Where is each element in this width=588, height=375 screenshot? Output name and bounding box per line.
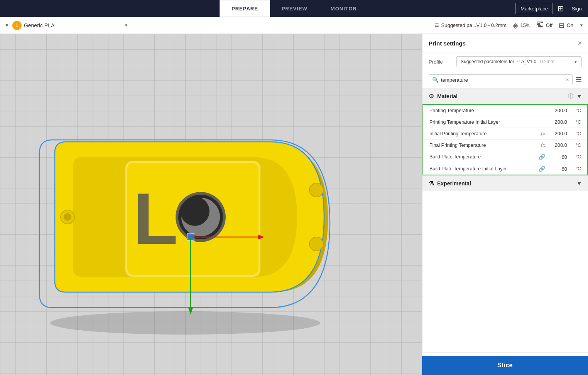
material-section-title: Material	[437, 93, 458, 99]
material-icon: ⚙	[429, 92, 434, 100]
setting-unit-2: °C	[570, 131, 581, 136]
svg-text:L: L	[133, 178, 178, 259]
nav-right-actions: Marketplace ⊞ Sign	[515, 0, 588, 17]
search-box[interactable]: 🔍 ×	[429, 74, 573, 85]
infill-icon: ◈	[513, 21, 518, 30]
material-section-header[interactable]: ⚙ Material ⓘ ▼	[422, 89, 588, 104]
experimental-chevron-icon[interactable]: ▼	[576, 180, 582, 187]
link-icon-5: 🔗	[539, 166, 545, 172]
profile-row: Profile Suggested parameters for PLA_V1.…	[422, 52, 588, 71]
printer-number-badge: 1	[12, 21, 22, 30]
setting-name-5: Build Plate Temperature Initial Layer	[429, 166, 536, 172]
svg-point-10	[309, 237, 323, 251]
tab-preview[interactable]: PREVIEW	[270, 0, 319, 17]
section-header-left: ⚙ Material	[429, 92, 458, 100]
toolbar-right-section: ≡ Suggested pa...V1.0 - 0.2mm ◈ 15% 🏗 Of…	[435, 21, 583, 30]
profile-chevron-icon: ▼	[574, 60, 578, 64]
fx-icon-2: ƒx	[540, 131, 545, 136]
search-input[interactable]	[441, 77, 564, 83]
panel-header: Print settings ×	[422, 34, 588, 52]
adhesion-icon: ⊟	[559, 21, 564, 30]
adhesion-toolbar-item[interactable]: ⊟ On	[559, 21, 573, 30]
support-label: Off	[546, 22, 553, 28]
setting-name-3: Final Printing Temperature	[429, 143, 537, 148]
tab-prepare[interactable]: PREPARE	[220, 0, 270, 17]
nav-tabs: PREPARE PREVIEW MONITOR	[220, 0, 368, 17]
setting-unit-3: °C	[570, 143, 581, 148]
material-chevron-icon[interactable]: ▼	[576, 93, 582, 99]
setting-value-0[interactable]: 200.0	[550, 108, 567, 113]
printer-collapse-icon: ▼	[5, 23, 9, 28]
panel-title: Print settings	[429, 40, 466, 47]
printer-chevron-icon: ▼	[124, 23, 128, 27]
setting-row-build-plate-temp: Build Plate Temperature 🔗 60 °C	[423, 151, 587, 163]
svg-point-9	[309, 183, 323, 197]
slice-button[interactable]: Slice	[422, 356, 588, 375]
setting-value-1[interactable]: 200.0	[550, 119, 567, 125]
support-toolbar-item[interactable]: 🏗 Off	[537, 21, 553, 29]
section-header-right: ⓘ ▼	[568, 93, 582, 100]
setting-value-5[interactable]: 60	[550, 166, 567, 172]
search-clear-icon[interactable]: ×	[566, 77, 569, 83]
setting-unit-5: °C	[570, 166, 581, 172]
profile-select-dropdown[interactable]: Suggested parameters for PLA_V1.0 · 0.2m…	[456, 56, 582, 67]
search-icon: 🔍	[432, 77, 439, 83]
setting-name-1: Printing Temperature Initial Layer	[429, 119, 547, 125]
setting-row-build-plate-temp-initial: Build Plate Temperature Initial Layer 🔗 …	[423, 163, 587, 175]
setting-name-0: Printing Temperature	[429, 108, 547, 113]
setting-unit-4: °C	[570, 154, 581, 160]
settings-sliders-icon: ≡	[435, 21, 439, 29]
infill-percent-label: 15%	[520, 22, 531, 28]
right-panel: Print settings × Profile Suggested param…	[422, 34, 588, 375]
experimental-section-header[interactable]: ⚗ Experimental ▼	[422, 175, 588, 191]
print-settings-panel: Print settings × Profile Suggested param…	[422, 34, 588, 375]
main-area: L	[0, 34, 588, 375]
adhesion-label: On	[567, 22, 573, 28]
marketplace-button[interactable]: Marketplace	[515, 3, 553, 14]
top-navigation: PREPARE PREVIEW MONITOR Marketplace ⊞ Si…	[0, 0, 588, 17]
setting-row-final-printing-temp: Final Printing Temperature ƒx 200.0 °C	[423, 140, 587, 151]
setting-row-initial-printing-temp: Initial Printing Temperature ƒx 200.0 °C	[423, 128, 587, 140]
setting-name-4: Build Plate Temperature	[429, 154, 536, 160]
setting-value-2[interactable]: 200.0	[550, 131, 567, 136]
apps-grid-icon[interactable]: ⊞	[556, 2, 566, 15]
panel-spacer	[422, 191, 588, 352]
setting-value-4[interactable]: 60	[550, 154, 567, 160]
viewport-svg: L	[0, 34, 422, 375]
infill-toolbar-item[interactable]: ◈ 15%	[513, 21, 531, 30]
suggested-params-label: Suggested pa...V1.0 - 0.2mm	[441, 22, 507, 28]
svg-point-8	[64, 213, 71, 221]
setting-value-3[interactable]: 200.0	[550, 142, 567, 148]
printer-name-label: Generic PLA	[24, 22, 54, 29]
filter-lines-icon[interactable]: ☰	[576, 76, 582, 84]
printer-dropdown-toggle[interactable]: ▼	[5, 23, 9, 28]
main-toolbar: ▼ 1 Generic PLA ▼ ≡ Suggested pa...V1.0 …	[0, 17, 588, 34]
setting-row-printing-temp-initial: Printing Temperature Initial Layer 200.0…	[423, 116, 587, 128]
setting-name-2: Initial Printing Temperature	[429, 131, 537, 136]
material-info-icon[interactable]: ⓘ	[568, 93, 573, 100]
support-icon: 🏗	[537, 21, 544, 29]
profile-value: Suggested parameters for PLA_V1.0 · 0.2m…	[461, 59, 554, 64]
setting-unit-1: °C	[570, 119, 581, 125]
3d-viewport[interactable]: L	[0, 34, 422, 375]
svg-point-1	[50, 311, 320, 335]
toolbar-right-chevron-icon: ▼	[580, 23, 583, 27]
tab-monitor[interactable]: MONITOR	[319, 0, 368, 17]
sign-in-button[interactable]: Sign	[569, 4, 585, 13]
link-icon-4: 🔗	[539, 154, 545, 160]
fx-icon-3: ƒx	[540, 143, 545, 148]
experimental-flask-icon: ⚗	[429, 180, 434, 187]
experimental-section-title: Experimental	[437, 180, 471, 187]
panel-close-button[interactable]: ×	[578, 39, 582, 47]
experimental-header-left: ⚗ Experimental	[429, 180, 471, 187]
profile-label: Profile	[429, 59, 452, 65]
setting-row-printing-temp: Printing Temperature 200.0 °C	[423, 105, 587, 116]
search-row: 🔍 × ☰	[422, 71, 588, 89]
bottom-bar: Slice	[422, 356, 588, 375]
settings-table: Printing Temperature 200.0 °C Printing T…	[422, 104, 588, 175]
printer-selector[interactable]: 1 Generic PLA ▼	[12, 21, 128, 30]
setting-unit-0: °C	[570, 108, 581, 113]
settings-toolbar-item[interactable]: ≡ Suggested pa...V1.0 - 0.2mm	[435, 21, 507, 29]
